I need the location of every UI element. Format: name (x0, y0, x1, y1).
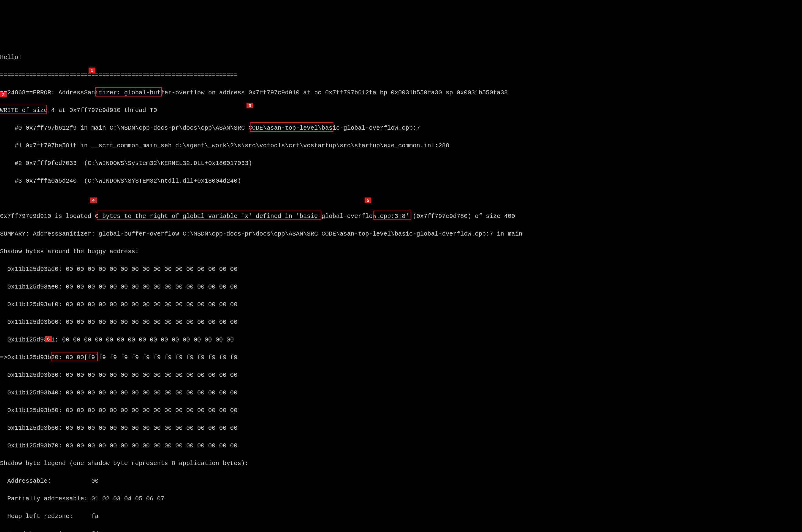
write-size: WRITE of size 4 (0, 107, 55, 114)
error-type: global-buffer-overflow (124, 89, 205, 96)
output-line: 0x11b125d93ae0: 00 00 00 00 00 00 00 00 … (0, 282, 802, 291)
callout-3: 3 (247, 103, 253, 108)
text: (0x7ff797c9d780) (409, 213, 475, 220)
output-line: 0x11b125d93b16: 00 00 00 00 00 00 00 00 … (0, 336, 802, 344)
output-line: Hello! (0, 53, 802, 62)
output-line: 0x11b125d93ad0: 00 00 00 00 00 00 00 00 … (0, 265, 802, 273)
callout-2: 2 (0, 92, 7, 97)
text: : 00 00 00 00 00 00 00 00 00 00 00 00 00… (55, 336, 234, 343)
output-line: Addressable: 00 (0, 477, 802, 486)
text: #0 0x7ff797b612f9 in main C:\MSDN\cpp-do… (0, 125, 321, 132)
variable-location: to the right of global variable 'x' defi… (124, 213, 409, 220)
output-line: 0x11b125d93af0: 00 00 00 00 00 00 00 00 … (0, 300, 802, 309)
callout-4: 4 (90, 197, 97, 203)
output-line: Partially addressable: 01 02 03 04 05 06… (0, 494, 802, 503)
output-line: 0x11b125d93b30: 00 00 00 00 00 00 00 00 … (0, 371, 802, 380)
output-line: #2 0x7fff9fed7033 (C:\WINDOWS\System32\K… (0, 159, 802, 168)
shadow-arrow-address: =>0x11b125d93b20: (0, 354, 66, 361)
callout-6: 6 (45, 336, 52, 342)
output-line: #3 0x7fffa0a5d240 (C:\WINDOWS\SYSTEM32\n… (0, 176, 802, 185)
output-line: #1 0x7ff797be581f in __scrt_common_main_… (0, 141, 802, 150)
separator-text: ========================================… (0, 72, 237, 78)
output-line: 2==24868==ERROR: AddressSanitizer: globa… (0, 88, 802, 97)
shadow-bytes-highlighted: 00 00[f9]f9 f9 (66, 354, 120, 361)
output-line: =>0x11b125d93b20: 00 00[f9]f9 f9 f9 f9 f… (0, 353, 802, 362)
output-line: WRITE of size 4 at 0x7ff797c9d910 thread… (0, 106, 802, 115)
output-line: 0x11b125d93b60: 00 00 00 00 00 00 00 00 … (0, 424, 802, 433)
source-location: basic-global-overflow.cpp:7 (321, 125, 420, 132)
output-line: 45 (0, 194, 802, 203)
callout-1: 1 (89, 68, 95, 73)
callout-5: 5 (365, 197, 371, 203)
output-line: Freed heap region: fd (0, 530, 802, 532)
output-line: Heap left redzone: fa (0, 512, 802, 521)
terminal-output: Hello! =================================… (0, 44, 802, 532)
output-line: 0x11b125d93b70: 00 00 00 00 00 00 00 00 … (0, 441, 802, 450)
output-line: 0x7ff797c9d910 is located 0 bytes to the… (0, 212, 802, 221)
output-line: #0 0x7ff797b612f9 in main C:\MSDN\cpp-do… (0, 124, 802, 132)
output-line: Shadow bytes around the buggy address: (0, 247, 802, 256)
text: on address 0x7ff797c9d910 at pc 0x7ff797… (205, 89, 508, 96)
shadow-bytes: f9 f9 f9 f9 f9 f9 f9 f9 f9 f9 f9 (120, 354, 237, 361)
text: at 0x7ff797c9d910 thread T0 (55, 107, 157, 114)
output-line: ========================================… (0, 71, 802, 79)
output-line: SUMMARY: AddressSanitizer: global-buffer… (0, 229, 802, 238)
output-line: Shadow byte legend (one shadow byte repr… (0, 459, 802, 468)
text: 0x7ff797c9d910 is located 0 bytes (0, 213, 124, 220)
text: 24868==ERROR: AddressSanitizer: (7, 89, 124, 96)
output-line: 0x11b125d93b50: 00 00 00 00 00 00 00 00 … (0, 406, 802, 415)
output-line: 0x11b125d93b40: 00 00 00 00 00 00 00 00 … (0, 388, 802, 397)
output-line: 0x11b125d93b00: 00 00 00 00 00 00 00 00 … (0, 318, 802, 327)
variable-size: of size 400 (475, 213, 515, 220)
